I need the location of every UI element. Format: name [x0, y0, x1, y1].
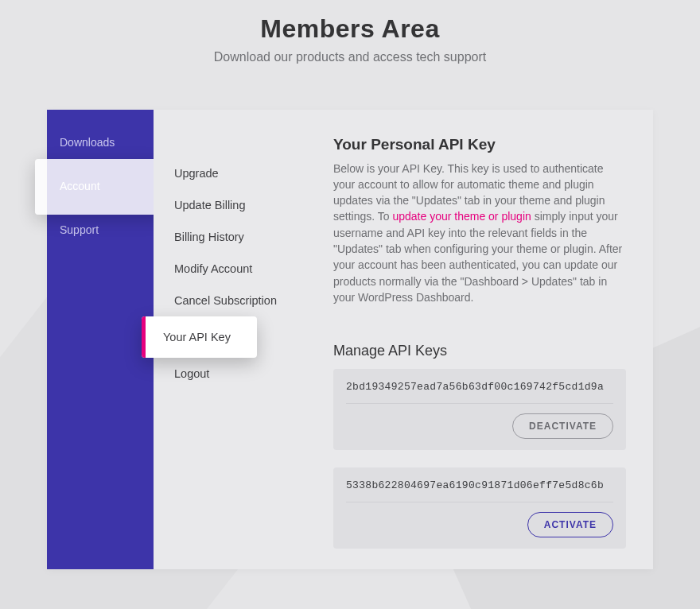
manage-keys-title: Manage API Keys — [333, 340, 626, 361]
content-body: Below is your API Key. This key is used … — [333, 161, 626, 306]
submenu: Upgrade Update Billing Billing History M… — [154, 110, 306, 569]
submenu-item-logout[interactable]: Logout — [154, 358, 306, 390]
update-theme-link[interactable]: update your theme or plugin — [392, 210, 531, 223]
submenu-item-cancel-subscription[interactable]: Cancel Subscription — [154, 285, 306, 316]
submenu-item-modify-account[interactable]: Modify Account — [154, 253, 306, 285]
activate-button[interactable]: ACTIVATE — [527, 512, 613, 537]
page-header: Members Area Download our products and a… — [0, 0, 700, 64]
deactivate-button[interactable]: DEACTIVATE — [512, 413, 613, 439]
api-key-row: 2bd19349257ead7a56b63df00c169742f5cd1d9a… — [333, 369, 626, 450]
content-title: Your Personal API Key — [333, 134, 626, 156]
submenu-item-upgrade[interactable]: Upgrade — [154, 157, 306, 189]
api-key-value: 5338b622804697ea6190c91871d06eff7e5d8c6b — [346, 479, 613, 502]
api-key-value: 2bd19349257ead7a56b63df00c169742f5cd1d9a — [346, 380, 613, 404]
content-body-after: simply input your username and API key i… — [333, 210, 622, 303]
submenu-item-your-api-key[interactable]: Your API Key — [154, 316, 306, 358]
sidebar-item-downloads[interactable]: Downloads — [47, 126, 154, 159]
submenu-item-update-billing[interactable]: Update Billing — [154, 189, 306, 221]
content-area: Your Personal API Key Below is your API … — [306, 110, 653, 569]
main-panel: Downloads Account Support Upgrade Update… — [47, 110, 653, 569]
submenu-item-label: Your API Key — [146, 331, 231, 343]
page-title: Members Area — [0, 14, 700, 44]
api-key-row: 5338b622804697ea6190c91871d06eff7e5d8c6b… — [333, 467, 626, 549]
submenu-active-highlight: Your API Key — [142, 316, 257, 358]
sidebar-item-account[interactable]: Account — [47, 159, 154, 213]
submenu-item-billing-history[interactable]: Billing History — [154, 221, 306, 253]
page-subtitle: Download our products and access tech su… — [0, 50, 700, 64]
sidebar: Downloads Account Support — [47, 110, 154, 569]
sidebar-item-support[interactable]: Support — [47, 213, 154, 246]
